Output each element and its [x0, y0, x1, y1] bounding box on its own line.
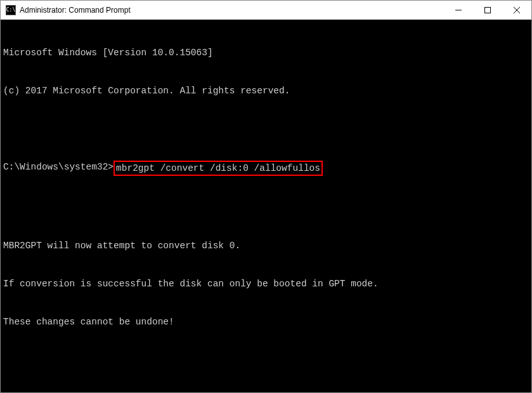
cmd-icon: C:\ [6, 5, 16, 15]
maximize-button[interactable] [473, 1, 502, 19]
highlighted-command: mbr2gpt /convert /disk:0 /allowfullos [114, 161, 323, 176]
titlebar[interactable]: C:\ Administrator: Command Prompt [1, 1, 531, 20]
output-line: MBR2GPT will now attempt to convert disk… [3, 239, 529, 252]
window-controls [444, 1, 531, 19]
copyright-line: (c) 2017 Microsoft Corporation. All righ… [3, 84, 529, 97]
window-title: Administrator: Command Prompt [20, 6, 444, 15]
blank-line [3, 201, 529, 214]
terminal-area[interactable]: Microsoft Windows [Version 10.0.15063] (… [1, 20, 531, 392]
output-line: If conversion is successful the disk can… [3, 277, 529, 290]
minimize-button[interactable] [444, 1, 473, 19]
output-line: These changes cannot be undone! [3, 316, 529, 328]
close-button[interactable] [502, 1, 531, 19]
close-icon [514, 7, 520, 13]
svg-rect-1 [485, 7, 491, 13]
blank-line [3, 354, 529, 366]
prompt-line: C:\Windows\system32>mbr2gpt /convert /di… [3, 161, 529, 176]
prompt-text: C:\Windows\system32> [3, 161, 114, 176]
output-line: MBR2GPT: Attempting to convert disk 0 [3, 392, 529, 392]
command-prompt-window: C:\ Administrator: Command Prompt Micros… [0, 0, 532, 393]
minimize-icon [455, 7, 462, 13]
copyright-line: Microsoft Windows [Version 10.0.15063] [3, 46, 529, 59]
blank-line [3, 123, 529, 135]
maximize-icon [484, 7, 491, 13]
